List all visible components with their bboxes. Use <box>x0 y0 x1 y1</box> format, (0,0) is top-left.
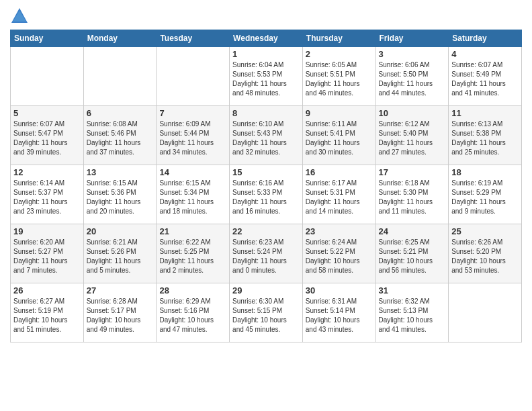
weekday-header-wednesday: Wednesday <box>230 30 303 47</box>
week-row-5: 26Sunrise: 6:27 AM Sunset: 5:19 PM Dayli… <box>11 283 522 342</box>
day-info: Sunrise: 6:29 AM Sunset: 5:16 PM Dayligh… <box>159 297 226 334</box>
calendar-cell: 20Sunrise: 6:21 AM Sunset: 5:26 PM Dayli… <box>83 224 157 283</box>
day-number: 27 <box>87 285 154 295</box>
day-number: 8 <box>232 108 300 118</box>
calendar-cell: 12Sunrise: 6:14 AM Sunset: 5:37 PM Dayli… <box>11 165 84 224</box>
weekday-header-row: SundayMondayTuesdayWednesdayThursdayFrid… <box>11 30 522 47</box>
day-info: Sunrise: 6:14 AM Sunset: 5:37 PM Dayligh… <box>13 179 81 216</box>
day-number: 22 <box>232 226 300 236</box>
calendar-cell: 30Sunrise: 6:31 AM Sunset: 5:14 PM Dayli… <box>302 283 375 342</box>
day-info: Sunrise: 6:06 AM Sunset: 5:50 PM Dayligh… <box>379 60 446 98</box>
day-info: Sunrise: 6:16 AM Sunset: 5:33 PM Dayligh… <box>232 179 300 216</box>
logo-icon <box>10 7 29 26</box>
day-info: Sunrise: 6:07 AM Sunset: 5:47 PM Dayligh… <box>13 120 81 157</box>
day-info: Sunrise: 6:05 AM Sunset: 5:51 PM Dayligh… <box>306 60 373 98</box>
day-number: 5 <box>13 108 81 118</box>
calendar-cell: 27Sunrise: 6:28 AM Sunset: 5:17 PM Dayli… <box>83 283 157 342</box>
day-info: Sunrise: 6:07 AM Sunset: 5:49 PM Dayligh… <box>451 60 519 98</box>
calendar-cell: 21Sunrise: 6:22 AM Sunset: 5:25 PM Dayli… <box>157 224 230 283</box>
day-info: Sunrise: 6:11 AM Sunset: 5:41 PM Dayligh… <box>306 120 373 157</box>
day-info: Sunrise: 6:31 AM Sunset: 5:14 PM Dayligh… <box>306 297 373 334</box>
day-number: 25 <box>451 226 519 236</box>
weekday-header-friday: Friday <box>375 30 449 47</box>
day-number: 2 <box>306 49 373 59</box>
day-number: 7 <box>159 108 226 118</box>
calendar-cell: 22Sunrise: 6:23 AM Sunset: 5:24 PM Dayli… <box>230 224 303 283</box>
day-number: 20 <box>87 226 154 236</box>
week-row-3: 12Sunrise: 6:14 AM Sunset: 5:37 PM Dayli… <box>11 165 522 224</box>
calendar-cell: 25Sunrise: 6:26 AM Sunset: 5:20 PM Dayli… <box>449 224 522 283</box>
calendar-cell: 8Sunrise: 6:10 AM Sunset: 5:43 PM Daylig… <box>230 106 303 165</box>
day-info: Sunrise: 6:28 AM Sunset: 5:17 PM Dayligh… <box>87 297 154 334</box>
calendar-cell: 3Sunrise: 6:06 AM Sunset: 5:50 PM Daylig… <box>375 47 449 106</box>
calendar-cell: 5Sunrise: 6:07 AM Sunset: 5:47 PM Daylig… <box>11 106 84 165</box>
day-info: Sunrise: 6:30 AM Sunset: 5:15 PM Dayligh… <box>232 297 300 334</box>
day-number: 26 <box>13 285 81 295</box>
weekday-header-saturday: Saturday <box>449 30 522 47</box>
day-info: Sunrise: 6:22 AM Sunset: 5:25 PM Dayligh… <box>159 238 226 275</box>
day-info: Sunrise: 6:12 AM Sunset: 5:40 PM Dayligh… <box>379 120 446 157</box>
calendar-cell: 31Sunrise: 6:32 AM Sunset: 5:13 PM Dayli… <box>375 283 449 342</box>
calendar-cell <box>157 47 230 106</box>
day-info: Sunrise: 6:25 AM Sunset: 5:21 PM Dayligh… <box>379 238 446 275</box>
calendar-cell: 7Sunrise: 6:09 AM Sunset: 5:44 PM Daylig… <box>157 106 230 165</box>
day-info: Sunrise: 6:20 AM Sunset: 5:27 PM Dayligh… <box>13 238 81 275</box>
svg-marker-1 <box>13 11 26 21</box>
day-number: 6 <box>87 108 154 118</box>
calendar-cell <box>11 47 84 106</box>
day-number: 10 <box>379 108 446 118</box>
calendar-cell: 24Sunrise: 6:25 AM Sunset: 5:21 PM Dayli… <box>375 224 449 283</box>
calendar-cell: 16Sunrise: 6:17 AM Sunset: 5:31 PM Dayli… <box>302 165 375 224</box>
day-info: Sunrise: 6:24 AM Sunset: 5:22 PM Dayligh… <box>306 238 373 275</box>
day-info: Sunrise: 6:21 AM Sunset: 5:26 PM Dayligh… <box>87 238 154 275</box>
calendar-cell: 17Sunrise: 6:18 AM Sunset: 5:30 PM Dayli… <box>375 165 449 224</box>
header <box>10 7 522 26</box>
calendar-cell: 18Sunrise: 6:19 AM Sunset: 5:29 PM Dayli… <box>449 165 522 224</box>
day-number: 12 <box>13 167 81 177</box>
calendar-cell: 11Sunrise: 6:13 AM Sunset: 5:38 PM Dayli… <box>449 106 522 165</box>
day-number: 11 <box>451 108 519 118</box>
calendar-cell: 4Sunrise: 6:07 AM Sunset: 5:49 PM Daylig… <box>449 47 522 106</box>
day-number: 15 <box>232 167 300 177</box>
day-number: 19 <box>13 226 81 236</box>
day-number: 23 <box>306 226 373 236</box>
day-info: Sunrise: 6:27 AM Sunset: 5:19 PM Dayligh… <box>13 297 81 334</box>
day-info: Sunrise: 6:23 AM Sunset: 5:24 PM Dayligh… <box>232 238 300 275</box>
weekday-header-thursday: Thursday <box>302 30 375 47</box>
week-row-2: 5Sunrise: 6:07 AM Sunset: 5:47 PM Daylig… <box>11 106 522 165</box>
calendar-cell: 10Sunrise: 6:12 AM Sunset: 5:40 PM Dayli… <box>375 106 449 165</box>
day-number: 1 <box>232 49 300 59</box>
day-number: 4 <box>451 49 519 59</box>
day-number: 28 <box>159 285 226 295</box>
calendar-cell: 2Sunrise: 6:05 AM Sunset: 5:51 PM Daylig… <box>302 47 375 106</box>
calendar-cell: 13Sunrise: 6:15 AM Sunset: 5:36 PM Dayli… <box>83 165 157 224</box>
day-number: 14 <box>159 167 226 177</box>
calendar-cell: 29Sunrise: 6:30 AM Sunset: 5:15 PM Dayli… <box>230 283 303 342</box>
day-info: Sunrise: 6:17 AM Sunset: 5:31 PM Dayligh… <box>306 179 373 216</box>
logo <box>10 7 32 26</box>
day-number: 29 <box>232 285 300 295</box>
day-number: 18 <box>451 167 519 177</box>
day-number: 17 <box>379 167 446 177</box>
day-number: 30 <box>306 285 373 295</box>
day-number: 13 <box>87 167 154 177</box>
calendar-cell <box>83 47 157 106</box>
calendar-cell: 23Sunrise: 6:24 AM Sunset: 5:22 PM Dayli… <box>302 224 375 283</box>
day-info: Sunrise: 6:15 AM Sunset: 5:34 PM Dayligh… <box>159 179 226 216</box>
day-info: Sunrise: 6:08 AM Sunset: 5:46 PM Dayligh… <box>87 120 154 157</box>
day-info: Sunrise: 6:09 AM Sunset: 5:44 PM Dayligh… <box>159 120 226 157</box>
day-info: Sunrise: 6:18 AM Sunset: 5:30 PM Dayligh… <box>379 179 446 216</box>
day-info: Sunrise: 6:32 AM Sunset: 5:13 PM Dayligh… <box>379 297 446 334</box>
day-number: 3 <box>379 49 446 59</box>
page: SundayMondayTuesdayWednesdayThursdayFrid… <box>0 0 532 411</box>
day-number: 9 <box>306 108 373 118</box>
day-info: Sunrise: 6:10 AM Sunset: 5:43 PM Dayligh… <box>232 120 300 157</box>
calendar-cell: 15Sunrise: 6:16 AM Sunset: 5:33 PM Dayli… <box>230 165 303 224</box>
weekday-header-monday: Monday <box>83 30 157 47</box>
day-number: 16 <box>306 167 373 177</box>
calendar-cell <box>449 283 522 342</box>
weekday-header-sunday: Sunday <box>11 30 84 47</box>
day-info: Sunrise: 6:13 AM Sunset: 5:38 PM Dayligh… <box>451 120 519 157</box>
day-info: Sunrise: 6:15 AM Sunset: 5:36 PM Dayligh… <box>87 179 154 216</box>
calendar-cell: 19Sunrise: 6:20 AM Sunset: 5:27 PM Dayli… <box>11 224 84 283</box>
